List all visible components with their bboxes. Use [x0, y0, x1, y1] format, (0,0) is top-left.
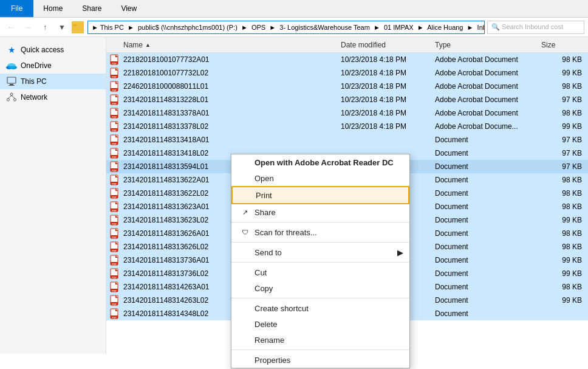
ctx-item-rename[interactable]: Rename — [231, 332, 409, 348]
ctx-separator — [231, 242, 409, 243]
sidebar-item-quick-access[interactable]: ★ Quick access — [0, 42, 106, 58]
svg-rect-1 — [73, 24, 77, 26]
file-type-cell: Document — [431, 136, 538, 144]
ctx-item-cut[interactable]: Cut — [231, 264, 409, 280]
pc-icon — [6, 76, 17, 87]
svg-text:PDF: PDF — [112, 196, 117, 199]
ctx-icon-empty — [240, 173, 250, 183]
search-box[interactable]: 🔍 Search Inbound cost — [487, 21, 584, 34]
sidebar-item-this-pc[interactable]: This PC — [0, 74, 106, 89]
file-type-cell: Document — [431, 202, 538, 211]
file-type-cell: Document — [431, 296, 538, 305]
file-size-cell: 99 KB — [538, 296, 588, 305]
file-row[interactable]: PDF 231420181148313378A01 10/23/2018 4:1… — [106, 106, 588, 120]
tab-view[interactable]: View — [111, 0, 146, 17]
pdf-icon: PDF — [110, 148, 120, 159]
file-name-cell: 231420181148313228L01 — [123, 95, 337, 104]
tab-share[interactable]: Share — [72, 0, 111, 17]
file-name-cell: 221820181001077732L02 — [123, 69, 337, 77]
file-size-cell: 97 KB — [538, 95, 588, 104]
file-row[interactable]: PDF 221820181001077732L02 10/23/2018 4:1… — [106, 66, 588, 80]
svg-point-8 — [10, 93, 13, 95]
main-area: ★ Quick access OneDrive This PC Network — [0, 37, 588, 354]
recent-button[interactable]: ▼ — [55, 20, 69, 35]
file-size-cell: 99 KB — [538, 69, 588, 77]
svg-text:PDF: PDF — [112, 75, 117, 78]
file-size-cell: 98 KB — [538, 82, 588, 91]
ctx-label: Open — [255, 174, 274, 183]
sidebar-item-network[interactable]: Network — [0, 89, 106, 105]
file-icon-cell: PDF — [106, 241, 123, 252]
ctx-icon-empty — [240, 319, 250, 329]
network-icon — [6, 92, 17, 103]
tab-bar: File Home Share View — [0, 0, 588, 17]
file-icon-cell: PDF — [106, 174, 123, 185]
share-icon: ↗ — [240, 207, 250, 217]
file-size-cell: 99 KB — [538, 256, 588, 264]
file-type-cell: Document — [431, 189, 538, 198]
file-icon-cell: PDF — [106, 121, 123, 132]
col-header-name[interactable]: Name ▲ — [106, 41, 337, 49]
column-headers: Name ▲ Date modified Type Size — [106, 37, 588, 53]
ctx-item-share[interactable]: ↗Share — [231, 204, 409, 220]
up-button[interactable]: ↑ — [38, 20, 52, 35]
file-icon-cell: PDF — [106, 201, 123, 212]
ctx-item-create-shortcut[interactable]: Create shortcut — [231, 300, 409, 316]
ctx-icon-empty — [241, 190, 251, 200]
file-icon-cell: PDF — [106, 295, 123, 306]
ctx-separator — [231, 350, 409, 350]
ctx-item-copy[interactable]: Copy — [231, 280, 409, 296]
file-type-cell: Adobe Acrobat Document — [431, 95, 538, 104]
col-header-size[interactable]: Size — [538, 41, 588, 49]
submenu-arrow: ▶ — [397, 248, 403, 257]
pdf-icon: PDF — [110, 241, 120, 252]
file-size-cell: 98 KB — [538, 176, 588, 184]
file-date-cell: 10/23/2018 4:18 PM — [337, 69, 431, 77]
ctx-separator — [231, 222, 409, 222]
ctx-item-open-with[interactable]: Open with Adobe Acrobat Reader DC — [231, 154, 409, 170]
ctx-label: Cut — [255, 268, 267, 277]
ctx-item-delete[interactable]: Delete — [231, 316, 409, 332]
svg-text:PDF: PDF — [112, 289, 117, 292]
file-icon-cell: PDF — [106, 281, 123, 292]
file-name-cell: 231420181148313378A01 — [123, 109, 337, 117]
forward-button[interactable]: → — [21, 20, 35, 35]
svg-rect-6 — [10, 84, 13, 85]
col-header-date[interactable]: Date modified — [337, 41, 431, 49]
svg-point-10 — [14, 98, 16, 101]
tab-home[interactable]: Home — [33, 0, 72, 17]
file-type-cell: Adobe Acrobat Docume... — [431, 122, 538, 131]
file-icon-cell: PDF — [106, 94, 123, 105]
ctx-item-scan[interactable]: 🛡Scan for threats... — [231, 224, 409, 240]
ctx-separator — [231, 298, 409, 298]
file-row[interactable]: PDF 221820181001077732A01 10/23/2018 4:1… — [106, 53, 588, 66]
file-name-cell: 221820181001077732A01 — [123, 55, 337, 64]
tab-file[interactable]: File — [0, 0, 33, 17]
back-button[interactable]: ← — [4, 20, 18, 35]
svg-text:PDF: PDF — [112, 209, 117, 212]
pdf-icon: PDF — [110, 108, 120, 119]
ctx-item-open[interactable]: Open — [231, 170, 409, 186]
pdf-icon: PDF — [110, 188, 120, 199]
file-icon-cell: PDF — [106, 188, 123, 199]
file-date-cell: 10/23/2018 4:18 PM — [337, 55, 431, 64]
svg-rect-5 — [7, 77, 16, 83]
sidebar-item-onedrive[interactable]: OneDrive — [0, 58, 106, 74]
svg-text:PDF: PDF — [112, 116, 117, 119]
address-path[interactable]: ► This PC ► public$ (\\cnhszhphc1ms001) … — [87, 21, 485, 34]
file-row[interactable]: PDF 224620181000088011L01 10/23/2018 4:1… — [106, 80, 588, 93]
sort-indicator: ▲ — [145, 42, 151, 48]
file-row[interactable]: PDF 231420181148313418A01 Document 97 KB — [106, 133, 588, 147]
pdf-icon: PDF — [110, 161, 120, 172]
file-type-cell: Adobe Acrobat Document — [431, 109, 538, 117]
ctx-item-print[interactable]: Print — [231, 186, 409, 204]
ctx-label: Rename — [255, 336, 284, 345]
ctx-item-send-to[interactable]: Send to▶ — [231, 244, 409, 260]
pdf-icon: PDF — [110, 255, 120, 266]
file-icon-cell: PDF — [106, 215, 123, 226]
svg-text:PDF: PDF — [112, 156, 117, 159]
file-row[interactable]: PDF 231420181148313228L01 10/23/2018 4:1… — [106, 93, 588, 106]
col-header-type[interactable]: Type — [431, 41, 538, 49]
ctx-item-properties[interactable]: Properties — [231, 352, 409, 368]
file-row[interactable]: PDF 231420181148313378L02 10/23/2018 4:1… — [106, 120, 588, 133]
